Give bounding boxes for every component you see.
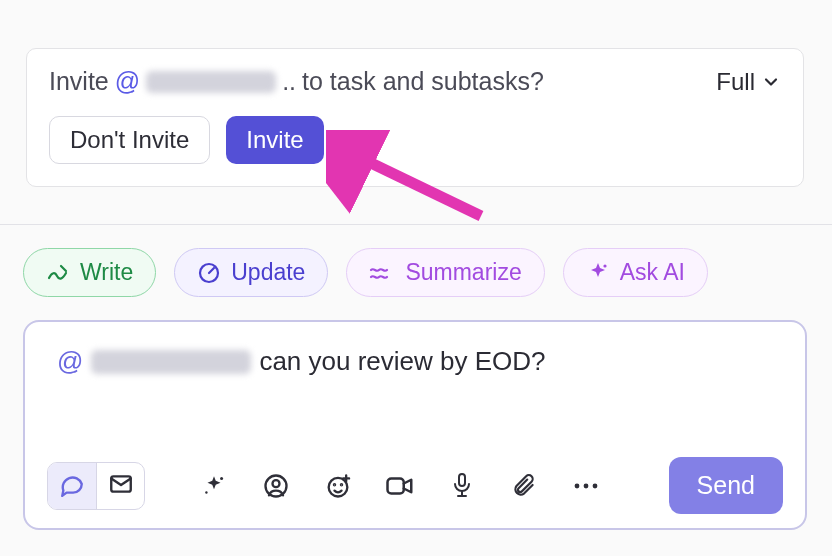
attach-file-button[interactable] <box>509 471 539 501</box>
waves-icon <box>369 261 395 285</box>
composer-mode-toggle <box>47 462 145 510</box>
emoji-button[interactable] <box>323 471 353 501</box>
record-audio-button[interactable] <box>447 471 477 501</box>
sparkles-icon <box>201 473 227 499</box>
write-pill[interactable]: Write <box>23 248 156 297</box>
section-divider <box>0 224 832 225</box>
svg-rect-11 <box>388 478 404 493</box>
mention-at-symbol: @ <box>115 67 140 96</box>
ai-action-pill-row: Write Update Summarize Ask AI <box>23 248 708 297</box>
composer-textarea[interactable]: @ can you review by EOD? <box>47 346 783 377</box>
summarize-pill[interactable]: Summarize <box>346 248 544 297</box>
ai-sparkle-button[interactable] <box>199 471 229 501</box>
invite-top-row: Invite @ .. to task and subtasks? Full <box>49 67 781 96</box>
envelope-icon <box>108 471 134 501</box>
summarize-pill-label: Summarize <box>405 259 521 286</box>
ask-ai-pill-label: Ask AI <box>620 259 685 286</box>
send-button[interactable]: Send <box>669 457 783 514</box>
record-video-button[interactable] <box>385 471 415 501</box>
dont-invite-button[interactable]: Don't Invite <box>49 116 210 164</box>
redacted-username <box>146 71 276 93</box>
comment-composer[interactable]: @ can you review by EOD? <box>23 320 807 530</box>
svg-point-4 <box>220 476 223 479</box>
ask-ai-pill[interactable]: Ask AI <box>563 248 708 297</box>
invite-suffix: to task and subtasks? <box>302 67 544 96</box>
svg-point-2 <box>603 264 606 267</box>
svg-point-9 <box>334 484 335 485</box>
svg-point-13 <box>575 483 580 488</box>
svg-point-15 <box>593 483 598 488</box>
microphone-icon <box>450 472 474 500</box>
smiley-plus-icon <box>324 472 352 500</box>
chevron-down-icon <box>761 72 781 92</box>
toolbar-icons <box>199 471 601 501</box>
composer-plain-text: can you review by EOD? <box>259 346 545 377</box>
invite-prefix: Invite <box>49 67 109 96</box>
svg-rect-12 <box>459 474 465 486</box>
mention-person-icon <box>262 472 290 500</box>
sparkle-icon <box>586 261 610 285</box>
invite-buttons-row: Don't Invite Invite <box>49 116 781 164</box>
update-pill-label: Update <box>231 259 305 286</box>
paperclip-icon <box>511 472 537 500</box>
svg-point-10 <box>341 484 342 485</box>
video-camera-icon <box>385 473 415 499</box>
mention-button[interactable] <box>261 471 291 501</box>
gauge-icon <box>197 261 221 285</box>
invite-dots: .. <box>282 67 296 96</box>
ellipsis-icon <box>572 481 600 491</box>
permission-scope-label: Full <box>716 68 755 96</box>
svg-point-14 <box>584 483 589 488</box>
permission-scope-dropdown[interactable]: Full <box>716 68 781 96</box>
svg-point-5 <box>205 491 207 493</box>
email-mode-button[interactable] <box>96 463 144 509</box>
chat-bubble-icon <box>59 471 85 501</box>
invite-button[interactable]: Invite <box>226 116 323 164</box>
composer-redacted-username <box>91 350 251 374</box>
invite-prompt-card: Invite @ .. to task and subtasks? Full D… <box>26 48 804 187</box>
write-pill-label: Write <box>80 259 133 286</box>
chat-mode-button[interactable] <box>48 463 96 509</box>
invite-question: Invite @ .. to task and subtasks? <box>49 67 544 96</box>
more-options-button[interactable] <box>571 471 601 501</box>
composer-mention-at: @ <box>57 346 83 377</box>
svg-point-8 <box>329 477 348 496</box>
scribble-icon <box>46 261 70 285</box>
update-pill[interactable]: Update <box>174 248 328 297</box>
composer-toolbar: Send <box>47 457 783 514</box>
svg-point-7 <box>273 480 280 487</box>
toolbar-left <box>47 462 601 510</box>
